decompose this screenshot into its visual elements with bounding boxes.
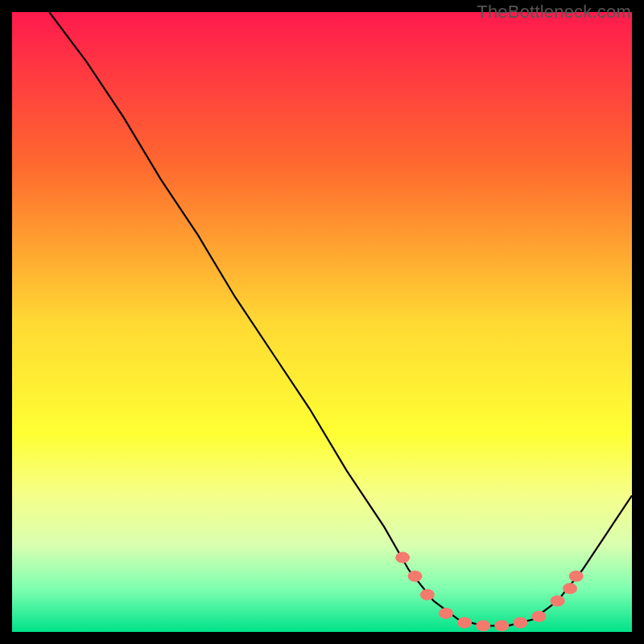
chart-plot — [12, 12, 632, 632]
data-marker — [494, 620, 509, 631]
gradient-background — [12, 12, 632, 632]
data-marker — [395, 552, 410, 564]
data-marker — [569, 571, 584, 582]
chart-container — [12, 12, 632, 632]
data-marker — [439, 608, 453, 619]
data-marker — [457, 617, 472, 628]
data-marker — [420, 589, 435, 601]
data-marker — [476, 620, 490, 631]
watermark-text: TheBottleneck.com — [477, 2, 631, 23]
data-marker — [563, 583, 577, 594]
data-marker — [532, 611, 547, 622]
data-marker — [513, 617, 527, 628]
data-marker — [408, 571, 423, 582]
data-marker — [551, 596, 565, 607]
